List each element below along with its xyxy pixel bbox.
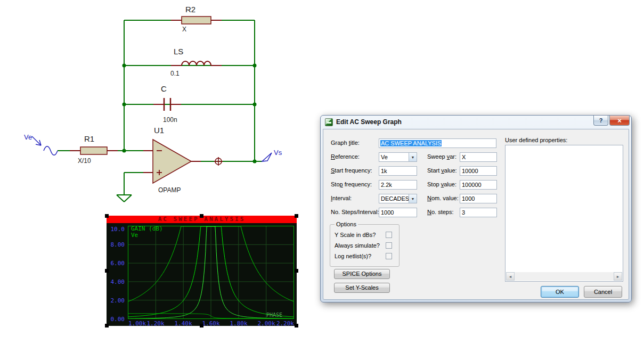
schematic-canvas[interactable]: R2 X LS 0.1 C 100n U1 OPAMP R1 X/10 Ve V…: [0, 0, 320, 213]
label-log-netlist: Log netlist(s)?: [335, 253, 371, 259]
y-tick-label: 0.00: [111, 316, 125, 323]
checkbox-y-scale-dbs[interactable]: [386, 232, 392, 238]
sweep-var-input[interactable]: [460, 152, 497, 162]
chevron-down-icon[interactable]: ▼: [409, 153, 417, 161]
x-tick-label: 1.60k: [202, 320, 219, 327]
x-axis-ticks: 1.00k1.20k1.40k1.60k1.80k2.00k2.20k: [128, 320, 294, 326]
ac-sweep-graph[interactable]: AC SWEEP ANALYSIS GAIN (dB) Ve 10.08.006…: [107, 216, 297, 326]
junction-dot: [123, 149, 126, 153]
scroll-left-icon: ◄: [509, 275, 512, 279]
c-value-label: 100n: [163, 116, 177, 124]
label-nom-value: Nom. value:: [427, 195, 459, 201]
selection-handle[interactable]: [295, 324, 298, 327]
x-tick-label: 1.00k: [128, 320, 146, 327]
cancel-button[interactable]: Cancel: [584, 286, 622, 298]
selection-handle[interactable]: [200, 324, 203, 327]
start-frequency-input[interactable]: [379, 166, 417, 176]
plot-svg: [128, 226, 294, 319]
no-steps-input[interactable]: [460, 208, 497, 217]
scroll-left-button[interactable]: ◄: [506, 272, 515, 281]
output-terminal-vs[interactable]: [262, 153, 272, 161]
r1-value-label: X/10: [78, 157, 91, 165]
selection-handle[interactable]: [105, 214, 109, 218]
label-interval: Interval:: [331, 195, 352, 201]
set-y-scales-button[interactable]: Set Y-Scales: [334, 283, 390, 293]
application-workspace: R2 X LS 0.1 C 100n U1 OPAMP R1 X/10 Ve V…: [0, 0, 644, 344]
label-reference: Reference:: [331, 153, 360, 160]
horizontal-scrollbar[interactable]: ◄ ►: [506, 272, 622, 281]
label-no-steps: No. steps:: [427, 209, 454, 215]
y-tick-label: 2.00: [111, 297, 125, 304]
x-tick-label: 2.00k: [257, 320, 275, 327]
junction-dot: [123, 64, 126, 68]
selection-handle[interactable]: [295, 214, 298, 218]
spice-options-button[interactable]: SPICE Options: [334, 269, 390, 279]
input-generator-ve[interactable]: [32, 136, 58, 155]
phase-label: PHASE: [266, 312, 282, 318]
y-axis-ticks: 10.08.006.004.002.000.00: [107, 226, 126, 319]
ground-symbol[interactable]: [117, 192, 132, 202]
u1-ref-label: U1: [154, 126, 164, 135]
y-tick-label: 4.00: [111, 279, 125, 285]
checkbox-log-netlist[interactable]: [386, 253, 392, 259]
c-ref-label: C: [161, 84, 167, 93]
label-graph-title: Graph title:: [331, 140, 360, 146]
u1-value-label: OPAMP: [158, 186, 181, 194]
scroll-right-button[interactable]: ►: [614, 272, 622, 281]
junction-dot: [253, 103, 257, 107]
close-button[interactable]: ×: [609, 116, 630, 126]
graph-title-input[interactable]: AC SWEEP ANALYSIS: [379, 138, 496, 148]
stop-value-input[interactable]: [460, 180, 497, 190]
resistor-r2[interactable]: [182, 17, 211, 24]
reference-value: Ve: [379, 154, 409, 160]
start-value-input[interactable]: [460, 166, 497, 176]
label-always-simulate: Always simulate?: [335, 242, 380, 249]
resistor-r1[interactable]: [80, 147, 107, 154]
opamp-u1[interactable]: [153, 140, 191, 183]
probe-marker[interactable]: [214, 157, 223, 166]
r2-ref-label: R2: [185, 5, 195, 14]
r1-ref-label: R1: [84, 134, 94, 143]
junction-dots: [123, 64, 257, 163]
selection-handle[interactable]: [200, 214, 203, 218]
help-button[interactable]: ?: [593, 116, 608, 126]
dialog-title: Edit AC Sweep Graph: [336, 118, 402, 126]
label-start-value: Start value:: [427, 167, 457, 174]
label-sweep-var: Sweep var:: [427, 153, 456, 160]
interval-value: DECADES: [379, 195, 409, 202]
reference-combobox[interactable]: Ve ▼: [379, 152, 417, 162]
interval-combobox[interactable]: DECADES ▼: [379, 194, 417, 203]
chevron-down-icon[interactable]: ▼: [409, 194, 417, 203]
scrollbar-track[interactable]: [515, 272, 614, 281]
y-tick-label: 6.00: [111, 260, 125, 267]
selection-handle[interactable]: [295, 269, 298, 273]
x-tick-label: 1.80k: [230, 320, 247, 327]
label-stop-frequency: Stop frequency:: [331, 181, 372, 187]
vs-port-label: Vs: [274, 149, 282, 157]
label-start-frequency: Start frequency:: [331, 167, 372, 174]
label-stop-value: Stop value:: [427, 181, 456, 187]
junction-dot: [253, 160, 257, 163]
user-properties-textarea[interactable]: ◄ ►: [505, 145, 623, 282]
steps-per-interval-input[interactable]: [379, 208, 417, 217]
selection-handle[interactable]: [105, 269, 109, 273]
ls-ref-label: LS: [174, 47, 183, 56]
x-tick-label: 2.20k: [276, 320, 294, 327]
ok-button[interactable]: OK: [541, 286, 579, 298]
inductor-ls[interactable]: [182, 61, 211, 65]
options-groupbox: Options Y Scale in dBs? Always simulate?…: [330, 224, 400, 267]
selection-handle[interactable]: [105, 324, 109, 327]
y-tick-label: 8.00: [111, 241, 125, 248]
r2-value-label: X: [182, 26, 186, 33]
junction-dot: [123, 103, 126, 107]
graph-title-value: AC SWEEP ANALYSIS: [380, 140, 442, 146]
nom-value-input[interactable]: [460, 194, 497, 203]
help-icon: ?: [599, 117, 603, 124]
label-y-scale-dbs: Y Scale in dBs?: [335, 232, 376, 238]
junction-dot: [253, 64, 257, 68]
dialog-titlebar[interactable]: Edit AC Sweep Graph ? ×: [321, 116, 631, 129]
label-steps-per-interval: No. Steps/Interval:: [331, 209, 379, 215]
stop-frequency-input[interactable]: [379, 180, 417, 190]
checkbox-always-simulate[interactable]: [386, 242, 392, 249]
edit-ac-sweep-graph-dialog: Edit AC Sweep Graph ? × Graph title: AC …: [320, 115, 632, 302]
